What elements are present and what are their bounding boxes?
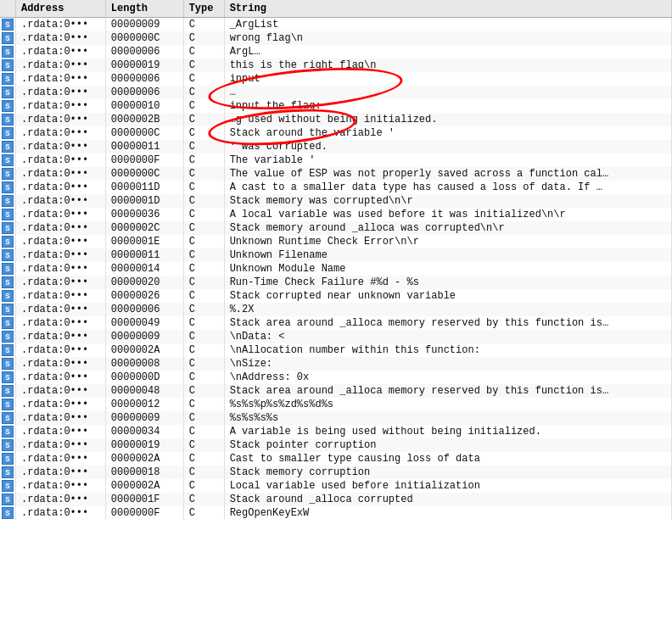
table-row[interactable]: S.rdata:0•••0000000CCwrong flag\n <box>0 31 672 45</box>
type-cell: C <box>183 181 224 194</box>
table-row[interactable]: S.rdata:0•••00000011C' was corrupted. <box>0 140 672 153</box>
table-row[interactable]: S.rdata:0•••00000006Cinput <box>0 72 672 86</box>
table-row[interactable]: S.rdata:0•••00000009C_ArgList <box>0 18 672 32</box>
row-icon: S <box>0 18 16 32</box>
table-row[interactable]: S.rdata:0•••0000002AC\nAllocation number… <box>0 343 672 357</box>
data-table[interactable]: Address Length Type String S.rdata:0•••0… <box>0 0 672 619</box>
table-row[interactable]: S.rdata:0•••0000000FCThe variable ' <box>0 153 672 167</box>
string-cell: input <box>224 72 671 86</box>
length-cell: 00000019 <box>105 59 183 72</box>
length-cell: 00000012 <box>105 398 183 411</box>
table-row[interactable]: S.rdata:0•••0000000CCThe value of ESP wa… <box>0 167 672 181</box>
table-row[interactable]: S.rdata:0•••0000002CCStack memory around… <box>0 221 672 235</box>
length-cell: 00000011 <box>105 140 183 153</box>
address-cell: .rdata:0••• <box>16 330 106 343</box>
address-cell: .rdata:0••• <box>16 221 106 235</box>
type-cell: C <box>183 371 224 384</box>
row-icon: S <box>0 153 16 167</box>
table-row[interactable]: S.rdata:0•••00000049CStack area around _… <box>0 316 672 330</box>
address-cell: .rdata:0••• <box>16 316 106 330</box>
string-cell: ArgL… <box>224 45 671 59</box>
table-row[interactable]: S.rdata:0•••0000001ECUnknown Runtime Che… <box>0 235 672 248</box>
string-cell: Stack memory around _alloca was corrupte… <box>224 221 671 235</box>
string-cell: wrong flag\n <box>224 31 671 45</box>
table-row[interactable]: S.rdata:0•••00000048CStack area around _… <box>0 384 672 398</box>
table-row[interactable]: S.rdata:0•••00000034CA variable is being… <box>0 425 672 438</box>
string-cell: Cast to smaller type causing loss of dat… <box>224 452 671 466</box>
table-row[interactable]: S.rdata:0•••00000020CRun-Time Check Fail… <box>0 276 672 289</box>
string-cell: The value of ESP was not properly saved … <box>224 167 671 181</box>
table-row[interactable]: S.rdata:0•••0000002ACCast to smaller typ… <box>0 452 672 466</box>
string-cell: … <box>224 86 671 99</box>
address-cell: .rdata:0••• <box>16 384 106 398</box>
table-row[interactable]: S.rdata:0•••00000026CStack corrupted nea… <box>0 289 672 303</box>
row-icon: S <box>0 86 16 99</box>
type-cell: C <box>183 167 224 181</box>
length-cell: 0000000F <box>105 153 183 167</box>
length-cell: 00000018 <box>105 466 183 479</box>
table-row[interactable]: S.rdata:0•••0000000FCRegOpenKeyExW <box>0 506 672 520</box>
table-row[interactable]: S.rdata:0•••00000006CArgL… <box>0 45 672 59</box>
string-cell: The variable ' <box>224 153 671 167</box>
table-row[interactable]: S.rdata:0•••0000002BC…g used without bei… <box>0 113 672 126</box>
table-row[interactable]: S.rdata:0•••00000018CStack memory corrup… <box>0 466 672 479</box>
type-header: Type <box>183 0 224 18</box>
row-icon: S <box>0 506 16 520</box>
string-cell: _ArgList <box>224 18 671 32</box>
table-row[interactable]: S.rdata:0•••00000019CStack pointer corru… <box>0 438 672 452</box>
length-cell: 0000002A <box>105 479 183 493</box>
address-cell: .rdata:0••• <box>16 72 106 86</box>
string-cell: Stack memory was corrupted\n\r <box>224 194 671 208</box>
type-cell: C <box>183 493 224 506</box>
type-cell: C <box>183 99 224 113</box>
length-cell: 00000014 <box>105 262 183 276</box>
table-row[interactable]: S.rdata:0•••00000010Cinput the flag: <box>0 99 672 113</box>
string-cell: Stack corrupted near unknown variable <box>224 289 671 303</box>
length-cell: 0000000F <box>105 506 183 520</box>
row-icon: S <box>0 31 16 45</box>
table-row[interactable]: S.rdata:0•••00000006C%.2X <box>0 303 672 316</box>
table-row[interactable]: S.rdata:0•••0000011DCA cast to a smaller… <box>0 181 672 194</box>
address-cell: .rdata:0••• <box>16 31 106 45</box>
row-icon: S <box>0 384 16 398</box>
string-cell: %s%s%p%s%zd%s%d%s <box>224 398 671 411</box>
row-icon: S <box>0 248 16 262</box>
table-row[interactable]: S.rdata:0•••00000014CUnknown Module Name <box>0 262 672 276</box>
row-icon: S <box>0 45 16 59</box>
table-row[interactable]: S.rdata:0•••00000012C%s%s%p%s%zd%s%d%s <box>0 398 672 411</box>
string-cell: ' was corrupted. <box>224 140 671 153</box>
string-cell: Unknown Filename <box>224 248 671 262</box>
table-row[interactable]: S.rdata:0•••00000006C… <box>0 86 672 99</box>
length-cell: 00000009 <box>105 18 183 32</box>
table-row[interactable]: S.rdata:0•••00000019Cthis is the right f… <box>0 59 672 72</box>
string-cell: \nSize: <box>224 357 671 371</box>
row-icon: S <box>0 398 16 411</box>
address-cell: .rdata:0••• <box>16 45 106 59</box>
row-icon: S <box>0 452 16 466</box>
string-cell: RegOpenKeyExW <box>224 506 671 520</box>
type-cell: C <box>183 398 224 411</box>
address-cell: .rdata:0••• <box>16 479 106 493</box>
string-cell: Stack around _alloca corrupted <box>224 493 671 506</box>
type-cell: C <box>183 411 224 425</box>
table-row[interactable]: S.rdata:0•••00000009C\nData: < <box>0 330 672 343</box>
table-row[interactable]: S.rdata:0•••00000009C%s%s%s%s <box>0 411 672 425</box>
row-icon: S <box>0 126 16 140</box>
length-cell: 00000006 <box>105 303 183 316</box>
length-cell: 00000026 <box>105 289 183 303</box>
table-row[interactable]: S.rdata:0•••0000000CCStack around the va… <box>0 126 672 140</box>
table-row[interactable]: S.rdata:0•••00000036CA local variable wa… <box>0 208 672 221</box>
table-row[interactable]: S.rdata:0•••0000001DCStack memory was co… <box>0 194 672 208</box>
length-cell: 0000011D <box>105 181 183 194</box>
string-cell: Unknown Runtime Check Error\n\r <box>224 235 671 248</box>
address-cell: .rdata:0••• <box>16 140 106 153</box>
table-row[interactable]: S.rdata:0•••0000000DC\nAddress: 0x <box>0 371 672 384</box>
table-row[interactable]: S.rdata:0•••00000008C\nSize: <box>0 357 672 371</box>
table-row[interactable]: S.rdata:0•••0000001FCStack around _alloc… <box>0 493 672 506</box>
type-cell: C <box>183 18 224 32</box>
table-row[interactable]: S.rdata:0•••00000011CUnknown Filename <box>0 248 672 262</box>
type-cell: C <box>183 45 224 59</box>
table-row[interactable]: S.rdata:0•••0000002ACLocal variable used… <box>0 479 672 493</box>
row-icon: S <box>0 262 16 276</box>
row-icon: S <box>0 371 16 384</box>
